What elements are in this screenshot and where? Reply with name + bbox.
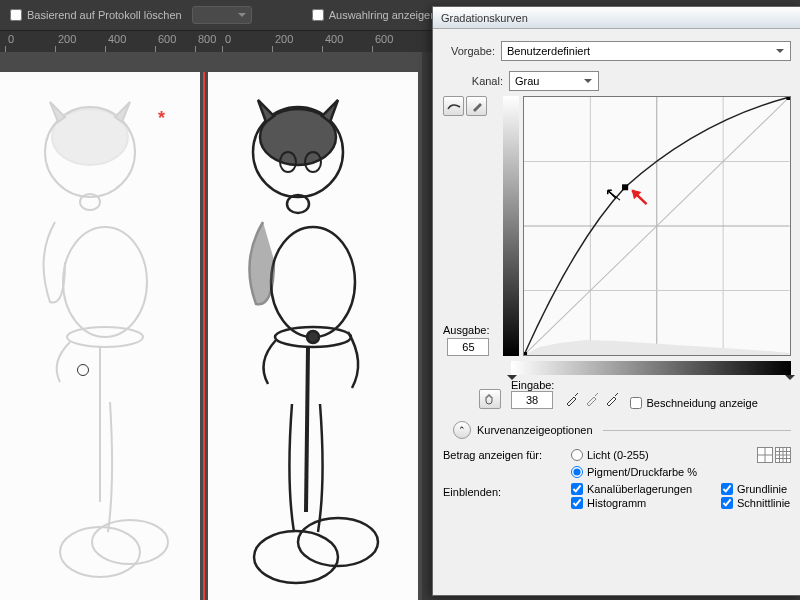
eyedropper-black-icon[interactable]: [564, 391, 580, 409]
preset-select[interactable]: Benutzerdefiniert: [501, 41, 791, 61]
radio-light[interactable]: Licht (0-255): [571, 449, 649, 461]
channel-select[interactable]: Grau: [509, 71, 599, 91]
cb-channel-overlay[interactable]: Kanalüberlagerungen: [571, 483, 711, 495]
selection-ring-checkbox[interactable]: Auswahlring anzeigen: [312, 9, 437, 21]
svg-point-3: [63, 227, 147, 337]
cb-intersection[interactable]: Schnittlinie: [721, 497, 800, 509]
modified-asterisk: *: [158, 108, 165, 129]
canvas-divider: [203, 72, 205, 600]
eyedropper-gray-icon[interactable]: [584, 391, 600, 409]
white-point-slider[interactable]: [785, 375, 795, 385]
curve-graph[interactable]: [523, 96, 791, 356]
curve-options-label: Kurvenanzeigeoptionen: [477, 424, 593, 436]
curve-tool-button[interactable]: [443, 96, 464, 116]
svg-point-6: [92, 520, 168, 564]
delete-log-label: Basierend auf Protokoll löschen: [27, 9, 182, 21]
delete-log-checkbox[interactable]: Basierend auf Protokoll löschen: [10, 9, 182, 21]
svg-point-14: [307, 331, 319, 343]
input-field[interactable]: 38: [511, 391, 553, 409]
dialog-titlebar[interactable]: Gradationskurven: [433, 7, 800, 29]
input-label: Eingabe:: [511, 379, 554, 391]
radio-pigment[interactable]: Pigment/Druckfarbe %: [571, 466, 697, 478]
canvas-area: *: [0, 52, 422, 600]
toolbar-dropdown[interactable]: [192, 6, 252, 24]
clipping-checkbox[interactable]: Beschneidung anzeige: [630, 397, 757, 409]
fine-grid-icon[interactable]: [775, 447, 791, 463]
curves-dialog: Gradationskurven Vorgabe: Benutzerdefini…: [432, 6, 800, 596]
output-field[interactable]: 65: [447, 338, 489, 356]
dialog-title: Gradationskurven: [441, 12, 528, 24]
svg-point-12: [271, 227, 355, 337]
horizontal-gradient[interactable]: [511, 361, 791, 375]
preset-label: Vorgabe:: [443, 45, 495, 57]
hand-tool-button[interactable]: [479, 389, 501, 409]
canvas-right-pane: [208, 72, 418, 600]
svg-rect-25: [524, 352, 527, 355]
sketch-faint: [10, 82, 190, 592]
pencil-tool-button[interactable]: [466, 96, 487, 116]
svg-point-15: [254, 531, 338, 583]
cb-histogram[interactable]: Histogramm: [571, 497, 711, 509]
vertical-gradient: [503, 96, 519, 356]
selection-ring-label: Auswahlring anzeigen: [329, 9, 437, 21]
svg-rect-27: [787, 97, 790, 100]
expand-options-button[interactable]: ⌃: [453, 421, 471, 439]
eyedropper-white-icon[interactable]: [604, 391, 620, 409]
svg-rect-26: [623, 184, 629, 190]
sample-point-marker[interactable]: [77, 364, 89, 376]
black-point-slider[interactable]: [507, 375, 517, 385]
channel-label: Kanal:: [463, 75, 503, 87]
output-label: Ausgabe:: [443, 324, 489, 336]
cb-baseline[interactable]: Grundlinie: [721, 483, 800, 495]
coarse-grid-icon[interactable]: [757, 447, 773, 463]
svg-point-5: [60, 527, 140, 577]
sketch-sharp: [218, 82, 398, 592]
canvas-left-pane: [0, 72, 200, 600]
amount-label: Betrag anzeigen für:: [443, 449, 563, 461]
show-label: Einblenden:: [443, 486, 563, 498]
